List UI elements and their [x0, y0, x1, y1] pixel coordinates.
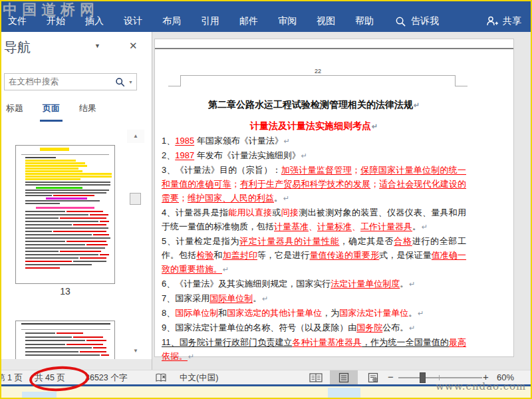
thumbnail-content-line — [90, 214, 108, 215]
paragraph-mark: ↵ — [409, 324, 415, 332]
paragraph: 6、《计量法》及其实施细则规定，国家实行法定计量单位制度。↵ — [162, 277, 466, 291]
nav-tab-headings[interactable]: 标题 — [3, 98, 26, 120]
thumbnail-content-line — [25, 195, 52, 196]
web-layout-button[interactable] — [362, 370, 384, 385]
document-body-text[interactable]: 1、1985 年国家颁布《计量法》↵2、1987 年发布《计量法实施细则》↵3、… — [162, 134, 466, 364]
close-icon[interactable]: ✕ — [129, 40, 138, 52]
person-plus-icon — [486, 16, 499, 27]
thumbnail-content-line — [25, 336, 72, 338]
scroll-down-icon[interactable]: ▼ — [127, 344, 144, 358]
thumbnail-content-line — [25, 157, 56, 158]
search-icon — [395, 16, 406, 27]
paragraph-mark: ↵ — [418, 309, 424, 317]
page-thumbnail-next[interactable] — [15, 321, 115, 359]
text-run: ； — [179, 193, 188, 203]
nav-tab-pages[interactable]: 页面 — [40, 98, 63, 122]
paragraph-mark: ↵ — [223, 265, 229, 273]
tell-me-button[interactable]: 告诉我 — [395, 15, 439, 27]
text-run: 法定计量单位制度 — [331, 279, 400, 289]
thumbnail-content-line — [25, 241, 65, 242]
text-run: 加盖封印 — [223, 250, 257, 260]
word-count[interactable]: 36523 个字 — [85, 372, 127, 384]
thumbnail-scrollbar[interactable]: ▲ ▼ — [127, 130, 144, 359]
thumbnail-content-line — [36, 207, 94, 209]
current-page-indicator[interactable]: 第 1 页 — [0, 372, 23, 384]
text-run: 。 — [412, 221, 421, 231]
thumbnail-content-line — [57, 332, 83, 334]
thumbnail-content-line — [25, 176, 112, 178]
thumbnail-content-line — [46, 198, 87, 200]
thumbnail-content-line — [25, 184, 110, 186]
ribbon-tab-review[interactable]: 审阅 — [278, 15, 297, 27]
text-run: 、 — [309, 221, 317, 231]
scroll-up-icon[interactable]: ▲ — [127, 130, 144, 143]
text-run: 3、《计量法》目的（宗旨）： — [162, 165, 281, 175]
thumbnail-content-line — [25, 247, 105, 249]
paragraph: 2、1987 年发布《计量法实施细则》↵ — [162, 148, 466, 163]
language-indicator[interactable]: 中文(中国) — [180, 372, 218, 384]
search-options-dropdown-icon[interactable]: ▼ — [128, 80, 133, 84]
ribbon-tab-mailings[interactable]: 邮件 — [239, 15, 258, 27]
thumbnail-content-line — [93, 347, 106, 348]
document-search-box[interactable]: ▼ — [4, 73, 137, 90]
thumbnail-content-line — [25, 168, 78, 170]
thumbnail-content-line — [60, 217, 106, 219]
page-thumbnail-13[interactable] — [15, 145, 115, 284]
thumbnail-content-line — [25, 257, 78, 259]
thumbnail-content-line — [25, 221, 98, 222]
thumbnail-content-line — [66, 241, 106, 242]
text-boundary-bracket — [180, 75, 456, 86]
site-watermark-bottom: www.cndao.com — [436, 380, 526, 392]
text-run: ； — [352, 165, 360, 175]
thumbnail-content-line — [21, 329, 110, 330]
thumbnail-content-line — [25, 267, 60, 269]
nav-tab-results[interactable]: 结果 — [76, 98, 99, 120]
document-page[interactable]: 22 第二章公路水运工程试验检测管理相关的法律法规↵ 计量法及计量法实施细则考点… — [154, 39, 514, 357]
thumbnail-page-number: 13 — [15, 286, 115, 297]
paragraph-mark: ↵ — [283, 194, 289, 202]
text-run: 国家选定的其他计量单位 — [227, 308, 322, 318]
thumbnail-content-line — [25, 178, 80, 180]
word-window: 文件开始插入设计布局引用邮件审阅视图帮助 告诉我 共享 导航 ▼ ✕ ▼ 标题页… — [0, 0, 532, 399]
text-run: 5、计量检定是指为 — [162, 236, 239, 246]
text-run: 和 — [214, 250, 223, 260]
text-run: 评定计量器具的计量性能 — [239, 236, 339, 246]
share-button[interactable]: 共享 — [486, 15, 521, 27]
ribbon-tab-design[interactable]: 设计 — [124, 15, 142, 27]
print-layout-button[interactable] — [330, 370, 358, 385]
proofing-errors-button[interactable] — [156, 373, 167, 384]
chevron-down-icon[interactable]: ▼ — [94, 43, 100, 49]
paragraph-mark: ↵ — [409, 280, 415, 288]
text-run: 国际单位制 — [175, 308, 218, 318]
text-run: 国际单位制 — [209, 293, 253, 303]
text-run: 6、《计量法》及其实施细则规定，国家实行 — [162, 279, 331, 289]
text-run: 量值传递的重要形 — [310, 250, 380, 260]
thumbnail-content-line — [25, 190, 109, 191]
zoom-slider-thumb[interactable] — [420, 372, 426, 383]
thumbnail-content-line — [100, 221, 109, 222]
thumbnail-content-line — [25, 173, 112, 175]
ribbon-tab-view[interactable]: 视图 — [317, 15, 335, 27]
text-run: 式，是保证量 — [379, 250, 432, 260]
book-x-icon — [156, 373, 167, 382]
thumbnail-content-line — [25, 332, 55, 334]
zoom-slider-track[interactable] — [398, 377, 482, 378]
search-input[interactable] — [9, 77, 115, 86]
thumbnail-content-line — [73, 261, 106, 262]
text-run: 有利于生产贸易和科学技术的发展 — [240, 179, 370, 189]
ribbon-tab-references[interactable]: 引用 — [201, 15, 219, 27]
scrollbar-thumb[interactable] — [130, 193, 141, 205]
text-run: ； — [370, 179, 379, 189]
ribbon-tab-layout[interactable]: 布局 — [162, 15, 181, 27]
thumbnail-content-line — [21, 323, 110, 325]
thumbnail-content-line — [86, 340, 106, 341]
text-run: 2、 — [162, 150, 175, 160]
search-icon[interactable] — [115, 77, 125, 87]
text-run: 9、国家法定计量单位的名称、符号（以及废除）由 — [162, 323, 356, 332]
read-mode-button[interactable] — [305, 370, 327, 385]
text-run: 加强计量监督管理 — [281, 165, 352, 175]
zoom-out-button[interactable]: − — [388, 371, 394, 382]
ribbon-tab-help[interactable]: 帮助 — [355, 15, 374, 27]
paragraph-mark: ↵ — [422, 223, 428, 231]
thumbnail-content-line — [25, 211, 65, 212]
